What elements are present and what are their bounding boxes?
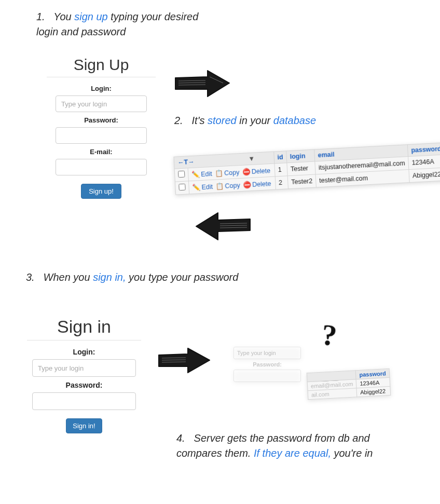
login-input[interactable] xyxy=(56,96,147,112)
sign-in-form: Sign in Login: Password: Sign in! xyxy=(27,317,141,433)
sign-up-button[interactable]: Sign up! xyxy=(81,184,121,199)
step-2-text: 2. It's stored in your database xyxy=(174,113,413,128)
email-label: E-mail: xyxy=(47,148,156,156)
keyword-sign-up: sign up xyxy=(74,11,108,22)
step-3-text: 3. When you sign in, you type your passw… xyxy=(26,270,244,285)
row-checkbox[interactable] xyxy=(178,184,186,191)
arrow-right-2 xyxy=(156,346,213,376)
step-2-number: 2. xyxy=(174,113,189,128)
edit-link[interactable]: Edit xyxy=(201,170,212,178)
cell-password: 12346A xyxy=(408,155,440,170)
db-header-login[interactable]: login xyxy=(286,149,315,163)
sign-up-form: Sign Up Login: Password: E-mail: Sign up… xyxy=(47,56,156,199)
slice-password: Abiggel22 xyxy=(356,386,390,397)
step-4-text: 4. Server gets the password from db and … xyxy=(176,431,415,461)
copy-icon: 📋 xyxy=(215,182,224,190)
faded-form: Password: xyxy=(228,347,306,382)
faded-login-input xyxy=(233,347,301,359)
keyword-stored: stored xyxy=(208,115,237,126)
sign-in-title: Sign in xyxy=(27,317,141,337)
copy-link[interactable]: Copy xyxy=(224,169,240,177)
cell-login: Tester2 xyxy=(287,174,316,189)
sign-in-button[interactable]: Sign in! xyxy=(66,418,102,433)
edit-icon: ✏️ xyxy=(191,171,200,179)
login-label: Login: xyxy=(27,348,141,356)
password-input[interactable] xyxy=(32,392,136,410)
login-label: Login: xyxy=(47,85,156,92)
copy-link[interactable]: Copy xyxy=(225,182,240,190)
delete-link[interactable]: Delete xyxy=(252,180,271,188)
keyword-sign-in: sign in, xyxy=(93,271,126,283)
edit-icon: ✏️ xyxy=(192,184,201,192)
sign-up-title: Sign Up xyxy=(47,56,156,74)
delete-icon: ⛔ xyxy=(242,168,251,176)
faded-password-input xyxy=(233,370,301,382)
cell-id: 2 xyxy=(275,176,288,189)
db-password-slice: password email@mail.com12346A ail.comAbi… xyxy=(307,369,391,400)
divider xyxy=(47,77,156,77)
email-input[interactable] xyxy=(56,159,147,175)
db-header-password[interactable]: password xyxy=(407,143,440,157)
keyword-if-equal: If they are equal, xyxy=(254,447,331,459)
step-3-number: 3. xyxy=(26,270,40,285)
database-table: ←T→ ▼ id login email password ✏️Edit 📋Co… xyxy=(173,142,440,195)
arrow-right-1 xyxy=(171,67,233,100)
step-1-text: 1. You sign up typing your desired login… xyxy=(36,9,213,39)
login-input[interactable] xyxy=(32,359,136,377)
cell-id: 1 xyxy=(274,163,287,176)
arrow-left xyxy=(192,208,254,244)
password-label: Password: xyxy=(47,116,156,124)
password-label: Password: xyxy=(27,381,141,389)
delete-icon: ⛔ xyxy=(243,181,252,188)
edit-link[interactable]: Edit xyxy=(201,183,213,190)
db-header-id[interactable]: id xyxy=(274,151,287,164)
cell-login: Tester xyxy=(287,161,315,176)
cell-password: Abiggel22 xyxy=(409,168,440,183)
faded-password-label: Password: xyxy=(228,361,306,367)
slice-email-fragment: ail.com xyxy=(308,388,357,400)
step-4-number: 4. xyxy=(176,431,191,446)
password-input[interactable] xyxy=(56,127,147,144)
keyword-database: database xyxy=(273,115,316,126)
row-checkbox[interactable] xyxy=(178,171,185,178)
divider xyxy=(27,340,141,340)
delete-link[interactable]: Delete xyxy=(251,167,270,175)
step-1-number: 1. xyxy=(36,9,51,24)
copy-icon: 📋 xyxy=(215,169,224,177)
